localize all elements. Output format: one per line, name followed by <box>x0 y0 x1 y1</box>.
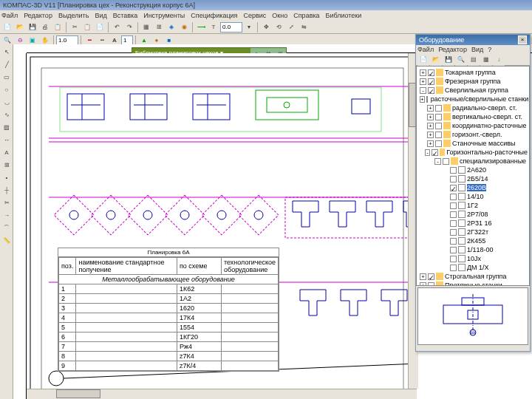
menu-spec[interactable]: Спецификация <box>191 12 237 19</box>
undo-icon[interactable]: ↶ <box>111 21 123 33</box>
table-row[interactable]: 51554 <box>59 323 279 332</box>
checkbox[interactable] <box>450 194 457 200</box>
checkbox[interactable] <box>450 256 457 262</box>
hatch-icon[interactable]: ▨ <box>1 121 13 133</box>
cut-icon[interactable]: ✂ <box>69 21 81 33</box>
expand-icon[interactable]: + <box>427 123 434 129</box>
table-row[interactable]: 7Рж4 <box>59 342 279 352</box>
text-icon[interactable]: T <box>208 21 219 33</box>
eq-menu-help[interactable]: ? <box>488 46 491 53</box>
tree-item[interactable]: +✓Фрезерная группа <box>418 77 528 86</box>
eq-menu-edit[interactable]: Редактор <box>438 46 467 53</box>
menu-help[interactable]: Справка <box>293 12 319 19</box>
checkbox[interactable] <box>435 105 442 112</box>
snap-icon[interactable]: ⊞ <box>153 21 165 33</box>
eq-insert-icon[interactable]: ↓ <box>493 54 505 66</box>
value-input[interactable] <box>220 22 242 33</box>
redo-icon[interactable]: ↷ <box>123 21 135 33</box>
tree-item[interactable]: +Станочные массивы <box>418 139 528 148</box>
checkbox[interactable] <box>435 114 442 120</box>
trim-icon[interactable]: ✂ <box>1 197 13 208</box>
dim2-icon[interactable]: ↔ <box>1 134 13 146</box>
expand-icon[interactable]: + <box>427 132 434 138</box>
eq-menu-view[interactable]: Вид <box>471 46 483 53</box>
eq-view2-icon[interactable]: ▦ <box>480 54 492 66</box>
eq-view1-icon[interactable]: ▤ <box>468 54 480 66</box>
fillet-icon[interactable]: ⌒ <box>1 222 13 233</box>
eq-open-icon[interactable]: 📂 <box>430 54 442 66</box>
checkbox[interactable]: ✓ <box>432 149 438 156</box>
line-icon[interactable]: ╱ <box>1 58 13 70</box>
spec-table-panel[interactable]: Планировка 6А поз. наименование стандарт… <box>58 248 279 372</box>
menu-file[interactable]: Файл <box>1 12 18 19</box>
eq-menu-file[interactable]: Файл <box>417 46 434 53</box>
equipment-panel-titlebar[interactable]: Оборудование × <box>416 35 530 45</box>
checkbox[interactable] <box>450 211 457 218</box>
tree-item[interactable]: +горизонт.-сверл. <box>418 130 528 139</box>
tree-item[interactable]: 14/10 <box>418 192 528 201</box>
menu-edit[interactable]: Редактор <box>24 12 52 19</box>
expand-icon[interactable]: + <box>420 273 426 280</box>
expand-icon[interactable]: + <box>427 114 434 120</box>
checkbox[interactable] <box>450 265 457 271</box>
axis-icon[interactable]: ┼ <box>1 184 13 196</box>
menu-insert[interactable]: Вставка <box>113 12 137 19</box>
rect-icon[interactable]: ▭ <box>1 71 13 83</box>
checkbox[interactable] <box>450 176 457 183</box>
measure-icon[interactable]: 📏 <box>1 234 13 246</box>
point-icon[interactable]: • <box>1 171 13 183</box>
checkbox[interactable] <box>426 96 428 103</box>
save-icon[interactable]: 💾 <box>27 21 38 33</box>
expand-icon[interactable]: + <box>420 69 426 76</box>
tree-item[interactable]: 1Г2 <box>418 201 528 210</box>
checkbox[interactable] <box>450 202 457 209</box>
menu-window[interactable]: Окно <box>272 12 287 19</box>
menu-service[interactable]: Сервис <box>244 12 267 19</box>
eq-new-icon[interactable]: 📄 <box>417 54 429 66</box>
table-row[interactable]: 61КГ20 <box>59 332 279 342</box>
checkbox[interactable]: ✓ <box>428 87 434 94</box>
tree-item[interactable]: +радиально-сверл. ст. <box>418 103 528 112</box>
select-icon[interactable]: ↖ <box>1 46 13 58</box>
menu-view[interactable]: Вид <box>95 12 106 19</box>
eq-find-icon[interactable]: 🔍 <box>455 54 467 66</box>
tree-item[interactable]: -специализированные <box>418 157 528 166</box>
tree-item[interactable]: +вертикально-сверл. ст. <box>418 112 528 121</box>
spline-icon[interactable]: ∿ <box>1 109 13 120</box>
extend-icon[interactable]: → <box>1 209 13 221</box>
tree-item[interactable]: 10Jх <box>418 254 528 263</box>
tree-item[interactable]: 2А620 <box>418 166 528 174</box>
expand-icon[interactable]: - <box>420 87 426 94</box>
expand-icon[interactable]: - <box>434 158 441 165</box>
grid-icon[interactable]: ▦ <box>140 21 152 33</box>
tree-item[interactable]: +✓Строгальная группа <box>418 272 528 281</box>
tree-item[interactable]: 2Р31 16 <box>418 219 528 228</box>
expand-icon[interactable]: - <box>425 149 430 156</box>
tree-item[interactable]: 1/118-00 <box>418 245 528 254</box>
expand-icon[interactable]: + <box>420 96 425 103</box>
open-icon[interactable]: 📂 <box>14 21 26 33</box>
checkbox[interactable] <box>450 220 457 227</box>
table-row[interactable]: 31620 <box>59 304 279 313</box>
table-row[interactable]: 11К62 <box>59 284 279 294</box>
text2-icon[interactable]: A <box>1 146 13 158</box>
tree-item[interactable]: +✓Токарная группа <box>418 68 528 77</box>
close-icon[interactable]: × <box>518 35 527 44</box>
tree-item[interactable]: -✓Сверлильная группа <box>418 86 528 95</box>
tree-item[interactable]: ✓2620В <box>418 183 528 192</box>
circle-icon[interactable]: ○ <box>1 83 13 95</box>
tree-item[interactable]: -✓Горизонтально-расточные <box>418 148 528 157</box>
tree-item[interactable]: ДМ 1/Х <box>418 263 528 272</box>
table-row[interactable]: 21А2 <box>59 294 279 304</box>
tree-item[interactable]: +Протяжные станки <box>418 281 528 286</box>
checkbox[interactable] <box>450 167 457 174</box>
rotate-icon[interactable]: ⟲ <box>273 21 284 33</box>
checkbox[interactable] <box>443 158 449 165</box>
equipment-tree[interactable]: +✓Токарная группа+✓Фрезерная группа-✓Све… <box>416 66 530 286</box>
expand-icon[interactable]: + <box>420 282 426 287</box>
checkbox[interactable] <box>428 282 434 287</box>
menu-select[interactable]: Выделить <box>58 12 89 19</box>
expand-icon[interactable]: + <box>427 140 434 147</box>
layer-icon[interactable]: ◈ <box>166 21 177 33</box>
new-icon[interactable]: 📄 <box>1 21 13 33</box>
